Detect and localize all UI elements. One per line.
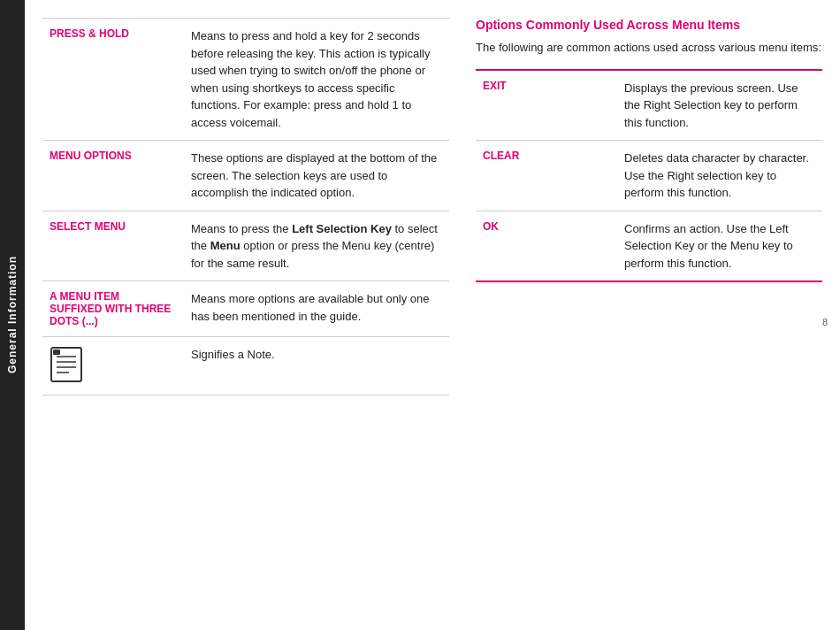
def-ok: Confirms an action. Use the Left Selecti… xyxy=(617,211,822,281)
svg-rect-5 xyxy=(53,350,60,355)
def-menu-suffix: Means more options are available but onl… xyxy=(184,281,449,337)
left-definitions-table: PRESS & HOLD Means to press and hold a k… xyxy=(42,18,449,396)
term-select-menu: SELECT MENU xyxy=(42,211,184,281)
bold-text: Menu xyxy=(210,239,241,252)
term-press-hold: PRESS & HOLD xyxy=(42,19,184,141)
table-row: EXIT Displays the previous screen. Use t… xyxy=(476,71,822,141)
note-icon-cell xyxy=(42,337,184,396)
def-note: Signifies a Note. xyxy=(184,337,449,396)
def-select-menu: Means to press the Left Selection Key to… xyxy=(184,211,449,281)
table-row: Signifies a Note. xyxy=(42,337,449,396)
sidebar: General Information xyxy=(0,0,25,630)
section-intro: The following are common actions used ac… xyxy=(476,39,822,57)
def-exit: Displays the previous screen. Use the Ri… xyxy=(617,71,822,141)
term-ok: OK xyxy=(476,211,617,281)
table-row: SELECT MENU Means to press the Left Sele… xyxy=(42,211,449,281)
table-row: OK Confirms an action. Use the Left Sele… xyxy=(476,211,822,281)
def-clear: Deletes data character by character. Use… xyxy=(617,141,822,211)
def-press-hold: Means to press and hold a key for 2 seco… xyxy=(184,19,449,141)
right-table-wrapper: EXIT Displays the previous screen. Use t… xyxy=(476,69,822,283)
right-definitions-table: EXIT Displays the previous screen. Use t… xyxy=(476,71,822,283)
term-clear: CLEAR xyxy=(476,141,617,211)
table-row: CLEAR Deletes data character by characte… xyxy=(476,141,822,211)
table-row: A MENU ITEM SUFFIXED WITH THREE DOTS (..… xyxy=(42,281,449,337)
note-icon xyxy=(50,346,83,383)
term-exit: EXIT xyxy=(476,71,617,141)
right-column: Options Commonly Used Across Menu Items … xyxy=(476,18,822,612)
bold-text: Left Selection Key xyxy=(292,222,392,235)
table-row: PRESS & HOLD Means to press and hold a k… xyxy=(42,19,449,141)
main-content: PRESS & HOLD Means to press and hold a k… xyxy=(25,0,840,630)
term-menu-suffix: A MENU ITEM SUFFIXED WITH THREE DOTS (..… xyxy=(42,281,184,337)
page-number: 8 xyxy=(822,317,828,327)
sidebar-label: General Information xyxy=(6,256,19,373)
table-row: MENU OPTIONS These options are displayed… xyxy=(42,141,449,211)
section-title: Options Commonly Used Across Menu Items xyxy=(476,18,822,32)
def-menu-options: These options are displayed at the botto… xyxy=(184,141,449,211)
left-column: PRESS & HOLD Means to press and hold a k… xyxy=(42,18,449,612)
term-menu-options: MENU OPTIONS xyxy=(42,141,184,211)
